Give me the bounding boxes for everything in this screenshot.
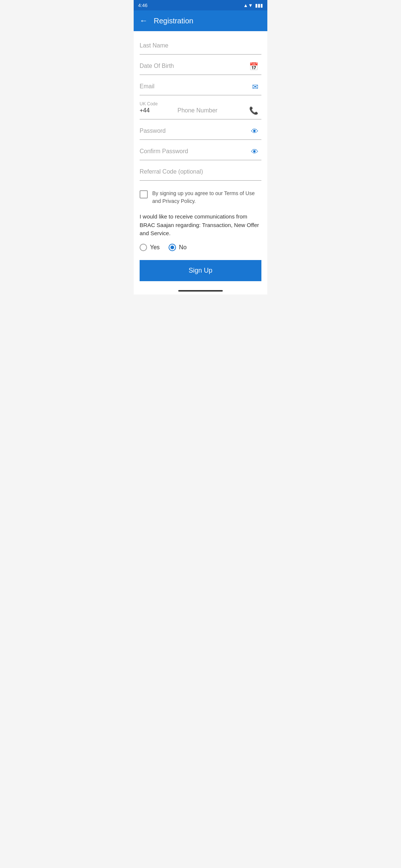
phone-input-wrapper: 📞	[173, 102, 261, 119]
radio-yes-label: Yes	[150, 244, 160, 251]
back-icon: ←	[140, 16, 148, 26]
radio-no-inner	[170, 246, 174, 249]
radio-yes-outer	[140, 244, 147, 251]
time-display: 4:46	[138, 3, 147, 8]
confirm-password-group: 👁	[140, 143, 261, 160]
phone-number-input[interactable]	[173, 102, 261, 119]
email-input[interactable]	[140, 78, 261, 95]
radio-no-outer	[169, 244, 176, 251]
home-indicator	[134, 287, 267, 295]
date-of-birth-group: 📅	[140, 57, 261, 75]
terms-checkbox[interactable]	[140, 190, 148, 198]
country-code-label: UK Code	[140, 101, 169, 106]
last-name-input[interactable]	[140, 37, 261, 55]
home-bar	[178, 290, 223, 292]
referral-code-input[interactable]	[140, 163, 261, 181]
terms-text: By signing up you agree to our Terms of …	[152, 190, 261, 205]
page-title: Registration	[154, 17, 193, 25]
app-bar: ← Registration	[134, 10, 267, 31]
terms-row: By signing up you agree to our Terms of …	[140, 184, 261, 208]
sign-up-button[interactable]: Sign Up	[140, 260, 261, 281]
referral-code-group	[140, 163, 261, 181]
password-show-icon[interactable]: 👁	[251, 127, 258, 135]
registration-form: 📅 ✉ UK Code +44 📞 👁 👁 By signing up you …	[134, 31, 267, 287]
last-name-group	[140, 37, 261, 55]
radio-no[interactable]: No	[169, 244, 186, 251]
back-button[interactable]: ←	[140, 16, 148, 26]
battery-icon: ▮▮▮	[255, 3, 263, 8]
communications-text: I would like to receive communications f…	[140, 208, 261, 241]
radio-no-label: No	[179, 244, 186, 251]
confirm-password-show-icon[interactable]: 👁	[251, 147, 258, 156]
country-code-value: +44	[140, 107, 169, 114]
calendar-icon[interactable]: 📅	[249, 62, 258, 71]
status-icons: ▲▼ ▮▮▮	[243, 3, 263, 8]
country-code-selector[interactable]: UK Code +44	[140, 98, 173, 119]
password-group: 👁	[140, 122, 261, 140]
signal-icon: ▲▼	[243, 3, 253, 8]
password-input[interactable]	[140, 122, 261, 140]
radio-yes[interactable]: Yes	[140, 244, 160, 251]
status-time: 4:46	[138, 3, 147, 8]
phone-icon: 📞	[249, 106, 258, 115]
communications-radio-group: Yes No	[140, 241, 261, 257]
email-group: ✉	[140, 78, 261, 95]
date-of-birth-input[interactable]	[140, 57, 261, 75]
email-icon: ✉	[252, 82, 258, 91]
status-bar: 4:46 ▲▼ ▮▮▮	[134, 0, 267, 10]
phone-row: UK Code +44 📞	[140, 98, 261, 119]
confirm-password-input[interactable]	[140, 143, 261, 160]
